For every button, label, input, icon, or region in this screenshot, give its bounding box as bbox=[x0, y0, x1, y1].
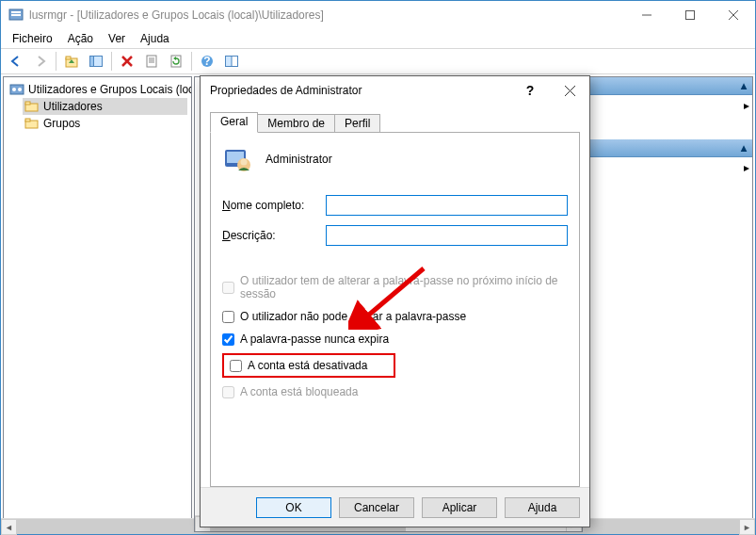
svg-rect-26 bbox=[25, 102, 30, 105]
help-button[interactable]: ? bbox=[196, 51, 218, 72]
svg-point-23 bbox=[12, 88, 16, 91]
triangle-right-icon[interactable]: ▸ bbox=[744, 161, 749, 174]
tree-pane[interactable]: Utilizadores e Grupos Locais (local) Uti… bbox=[3, 76, 192, 532]
check-locked: A conta está bloqueada bbox=[222, 383, 568, 400]
tree-node-groups[interactable]: Grupos bbox=[23, 115, 187, 132]
svg-rect-13 bbox=[147, 56, 156, 67]
tree-root-node[interactable]: Utilizadores e Grupos Locais (local) bbox=[8, 81, 187, 98]
toolbar-separator bbox=[111, 52, 112, 71]
tab-page-general: Administrator Nome completo: Descrição: … bbox=[210, 132, 580, 487]
window-title: lusrmgr - [Utilizadores e Grupos Locais … bbox=[29, 8, 625, 22]
refresh-button[interactable] bbox=[165, 51, 187, 72]
svg-rect-1 bbox=[11, 11, 21, 13]
svg-rect-2 bbox=[11, 14, 21, 16]
dialog-help-button[interactable]: ? bbox=[510, 76, 550, 105]
titlebar: lusrmgr - [Utilizadores e Grupos Locais … bbox=[1, 1, 755, 29]
toolbar-separator bbox=[56, 52, 56, 71]
menu-view[interactable]: Ver bbox=[101, 30, 133, 47]
properties-button[interactable] bbox=[140, 51, 163, 72]
up-button[interactable] bbox=[60, 51, 83, 72]
delete-button[interactable] bbox=[116, 51, 138, 72]
svg-rect-21 bbox=[232, 57, 238, 67]
tree-hscroll[interactable]: ◄ ► bbox=[3, 518, 192, 532]
svg-rect-28 bbox=[25, 119, 30, 122]
svg-point-24 bbox=[18, 88, 22, 91]
svg-text:?: ? bbox=[203, 55, 210, 68]
user-icon bbox=[222, 144, 252, 174]
maximize-button[interactable] bbox=[668, 1, 712, 29]
check-disabled[interactable]: A conta está desativada bbox=[222, 353, 395, 378]
check-locked-box bbox=[222, 386, 234, 398]
snapin-icon bbox=[9, 82, 24, 97]
menu-action[interactable]: Ação bbox=[60, 30, 101, 47]
triangle-right-icon[interactable]: ▸ bbox=[744, 99, 749, 112]
menubar: Ficheiro Ação Ver Ajuda bbox=[1, 29, 755, 48]
export-button[interactable] bbox=[220, 51, 243, 72]
check-cannotchange[interactable]: O utilizador não pode alterar a palavra-… bbox=[222, 308, 568, 325]
dialog-close-button[interactable] bbox=[550, 76, 589, 105]
chevron-up-icon: ▴ bbox=[741, 79, 747, 92]
tree-node-users[interactable]: Utilizadores bbox=[23, 98, 187, 115]
tab-memberof[interactable]: Membro de bbox=[257, 114, 335, 132]
tab-general[interactable]: Geral bbox=[210, 112, 258, 133]
svg-rect-4 bbox=[686, 11, 695, 20]
svg-rect-8 bbox=[66, 57, 71, 59]
tab-strip: Geral Membro de Perfil bbox=[210, 112, 580, 132]
cancel-button[interactable]: Cancelar bbox=[339, 497, 414, 518]
description-field[interactable] bbox=[326, 225, 568, 246]
svg-point-34 bbox=[241, 159, 248, 166]
window-buttons bbox=[625, 1, 755, 29]
description-label: Descrição: bbox=[222, 229, 326, 242]
help-button[interactable]: Ajuda bbox=[505, 497, 580, 518]
check-disabled-box[interactable] bbox=[230, 360, 242, 372]
dialog-title: Propriedades de Administrator bbox=[210, 84, 510, 97]
svg-rect-10 bbox=[90, 57, 94, 67]
minimize-button[interactable] bbox=[625, 1, 668, 29]
action-pane: ▴ ▸ ▴ ▸ bbox=[586, 76, 753, 532]
tree-root-label: Utilizadores e Grupos Locais (local) bbox=[28, 83, 192, 96]
folder-icon bbox=[24, 116, 40, 131]
action-header[interactable]: ▴ bbox=[587, 77, 752, 95]
toolbar: ? bbox=[1, 48, 755, 74]
dialog-buttons: OK Cancelar Aplicar Ajuda bbox=[201, 487, 589, 527]
fullname-field[interactable] bbox=[326, 195, 568, 216]
check-cannotchange-box[interactable] bbox=[222, 311, 234, 323]
check-neverexpires[interactable]: A palavra-passe nunca expira bbox=[222, 331, 568, 348]
dialog-titlebar: Propriedades de Administrator ? bbox=[201, 76, 589, 105]
toolbar-separator bbox=[191, 52, 192, 71]
scroll-left-icon[interactable]: ◄ bbox=[3, 519, 17, 532]
menu-file[interactable]: Ficheiro bbox=[5, 30, 60, 47]
fullname-label: Nome completo: bbox=[222, 199, 326, 212]
folder-icon bbox=[24, 99, 40, 114]
username-label: Administrator bbox=[265, 153, 332, 166]
app-icon bbox=[8, 8, 24, 23]
back-button[interactable] bbox=[5, 51, 27, 72]
apply-button[interactable]: Aplicar bbox=[422, 497, 497, 518]
show-hide-tree-button[interactable] bbox=[85, 51, 107, 72]
tab-profile[interactable]: Perfil bbox=[334, 114, 380, 132]
chevron-up-icon: ▴ bbox=[741, 141, 747, 154]
action-subheader[interactable]: ▴ bbox=[587, 139, 752, 157]
check-mustchange-box bbox=[222, 282, 234, 294]
forward-button[interactable] bbox=[29, 51, 52, 72]
tree-users-label: Utilizadores bbox=[43, 100, 103, 113]
menu-help[interactable]: Ajuda bbox=[133, 30, 177, 47]
close-button[interactable] bbox=[712, 1, 755, 29]
properties-dialog: Propriedades de Administrator ? Geral Me… bbox=[200, 75, 590, 527]
ok-button[interactable]: OK bbox=[256, 497, 331, 518]
check-mustchange: O utilizador tem de alterar a palavra-pa… bbox=[222, 272, 568, 302]
tree-groups-label: Grupos bbox=[43, 117, 80, 130]
check-neverexpires-box[interactable] bbox=[222, 333, 234, 346]
